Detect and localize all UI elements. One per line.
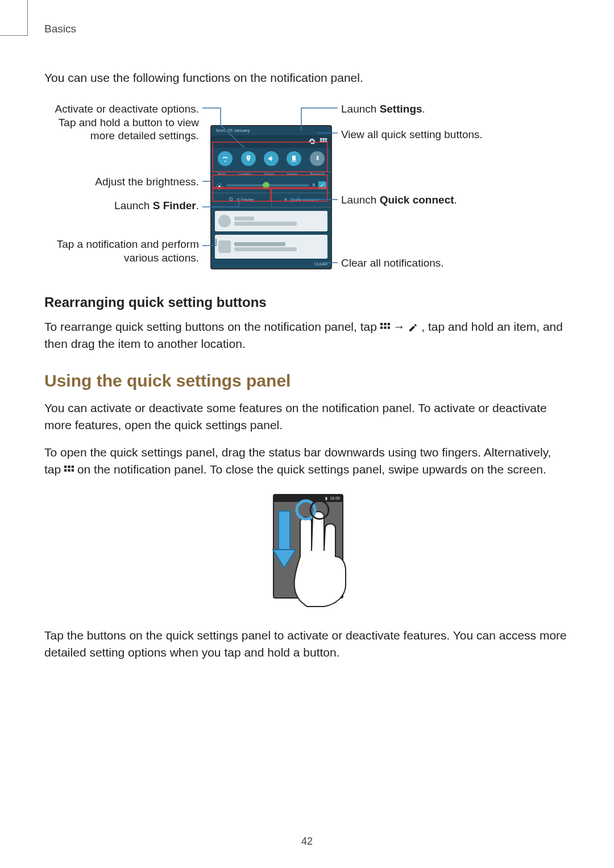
toggle-labels-row: Wi-Fi Location Sound Screen Bluetooth bbox=[211, 172, 331, 178]
toggle-label: Wi-Fi bbox=[218, 172, 226, 176]
notif-sub-blur bbox=[234, 222, 297, 226]
gear-icon bbox=[308, 138, 316, 146]
svg-rect-2 bbox=[325, 138, 327, 140]
svg-rect-4 bbox=[322, 140, 325, 143]
two-finger-swipe-diagram: ▮ 10:00 bbox=[250, 488, 364, 613]
hand-gesture-icon bbox=[250, 488, 364, 613]
heading-quick-settings-panel: Using the quick settings panel bbox=[44, 371, 570, 391]
brightness-icon bbox=[216, 182, 223, 189]
callout-line: Activate or deactivate options. bbox=[55, 103, 199, 115]
header-rule bbox=[0, 0, 28, 36]
callout-tap-notification: Tap a notification and perform various a… bbox=[45, 238, 199, 265]
svg-rect-31 bbox=[68, 469, 70, 471]
svg-rect-32 bbox=[72, 469, 74, 471]
sfinder-button: S Finder bbox=[211, 193, 272, 207]
callout-line: View all quick setting buttons. bbox=[341, 128, 483, 140]
toggle-location bbox=[241, 151, 256, 166]
callout-activate-options: Activate or deactivate options. Tap and … bbox=[45, 102, 199, 143]
quickconnect-icon: ✳ bbox=[284, 197, 288, 202]
toggle-sound bbox=[264, 151, 279, 166]
brightness-value: 5 bbox=[313, 182, 315, 188]
notif-sub-blur bbox=[234, 247, 297, 251]
notif-title-blur bbox=[234, 242, 285, 246]
qs-paragraph-3: Tap the buttons on the quick settings pa… bbox=[44, 627, 570, 661]
brightness-auto-checkbox: ✓ bbox=[318, 181, 326, 189]
intro-paragraph: You can use the following functions on t… bbox=[44, 69, 570, 86]
notification-card bbox=[215, 235, 327, 259]
callout-bold: Settings bbox=[380, 103, 422, 115]
pencil-icon bbox=[408, 320, 418, 330]
notification-avatar bbox=[218, 215, 231, 227]
brightness-row: 5 ✓ bbox=[211, 178, 331, 193]
quickconnect-button: ✳ Quick connect bbox=[272, 193, 331, 207]
brightness-slider bbox=[226, 184, 309, 186]
callout-brightness: Adjust the brightness. bbox=[45, 175, 199, 189]
callout-view-all-quick: View all quick setting buttons. bbox=[341, 128, 483, 142]
header-section-name: Basics bbox=[44, 23, 76, 35]
svg-rect-25 bbox=[384, 326, 386, 329]
toggle-wifi bbox=[218, 151, 233, 166]
svg-line-13 bbox=[217, 188, 218, 189]
svg-rect-23 bbox=[387, 323, 389, 325]
svg-rect-5 bbox=[325, 140, 327, 143]
arrow-text: → bbox=[393, 320, 409, 333]
subheading-rearranging: Rearranging quick setting buttons bbox=[44, 294, 570, 310]
svg-rect-24 bbox=[380, 326, 383, 329]
svg-point-15 bbox=[230, 197, 233, 200]
callout-launch-settings: Launch Settings. bbox=[341, 102, 425, 116]
callout-sfinder: Launch S Finder. bbox=[45, 199, 199, 213]
svg-rect-27 bbox=[64, 466, 67, 468]
toggle-label: Location bbox=[238, 172, 251, 176]
quickconnect-label: Quick connect bbox=[290, 197, 319, 202]
notification-panel-diagram: Activate or deactivate options. Tap and … bbox=[45, 97, 569, 279]
text-span: To rearrange quick setting buttons on th… bbox=[44, 320, 380, 333]
qs-paragraph-1: You can activate or deactivate some feat… bbox=[44, 400, 570, 434]
grid-icon bbox=[380, 320, 390, 330]
sfinder-label: S Finder bbox=[237, 197, 254, 202]
svg-marker-34 bbox=[273, 550, 296, 568]
callout-pre: Launch bbox=[341, 103, 380, 115]
qs-paragraph-2: To open the quick settings panel, drag t… bbox=[44, 444, 570, 478]
notif-date: Mon, 25 January bbox=[216, 128, 250, 133]
toggle-label: Bluetooth bbox=[310, 172, 324, 176]
svg-rect-21 bbox=[380, 323, 383, 325]
clear-all-label: CLEAR bbox=[313, 262, 329, 266]
svg-rect-28 bbox=[68, 466, 70, 468]
notif-title-blur bbox=[234, 217, 254, 221]
svg-line-16 bbox=[232, 200, 233, 201]
callout-clear-notifications: Clear all notifications. bbox=[341, 256, 444, 270]
sfinder-quickconnect-row: S Finder ✳ Quick connect bbox=[211, 193, 331, 207]
svg-rect-29 bbox=[72, 466, 74, 468]
callout-bold: S Finder bbox=[153, 200, 196, 211]
svg-rect-30 bbox=[64, 469, 67, 471]
toggle-bluetooth bbox=[310, 151, 325, 166]
toggle-screen-rotation bbox=[287, 151, 301, 166]
callout-line: Tap a notification and perform bbox=[57, 238, 199, 250]
notification-card bbox=[215, 211, 327, 231]
text-span: on the notification panel. To close the … bbox=[77, 463, 546, 476]
svg-line-12 bbox=[221, 188, 222, 189]
magnifier-icon bbox=[229, 197, 234, 203]
svg-rect-33 bbox=[279, 511, 290, 551]
rearranging-paragraph: To rearrange quick setting buttons on th… bbox=[44, 318, 570, 352]
callout-pre: Launch bbox=[114, 200, 153, 211]
page-number: 42 bbox=[0, 836, 614, 848]
callout-bold: Quick connect bbox=[380, 194, 454, 206]
callout-line: Tap and hold a button to view bbox=[59, 117, 199, 128]
notification-thumb bbox=[218, 240, 231, 253]
callout-line: various actions. bbox=[124, 252, 199, 264]
callout-pre: Launch bbox=[341, 194, 380, 206]
svg-rect-22 bbox=[384, 323, 386, 325]
svg-point-6 bbox=[218, 185, 221, 188]
svg-rect-1 bbox=[322, 138, 325, 140]
callout-line: Clear all notifications. bbox=[341, 257, 444, 269]
toggle-label: Sound bbox=[264, 172, 273, 176]
svg-rect-3 bbox=[320, 140, 322, 143]
callout-line: Adjust the brightness. bbox=[95, 176, 199, 188]
quick-toggles-row bbox=[211, 148, 331, 172]
svg-line-11 bbox=[217, 184, 218, 185]
toggle-label: Screen bbox=[287, 172, 297, 176]
callout-line: more detailed settings. bbox=[90, 130, 199, 142]
grid-icon bbox=[64, 463, 74, 472]
statusbar-icons-row bbox=[211, 135, 331, 148]
